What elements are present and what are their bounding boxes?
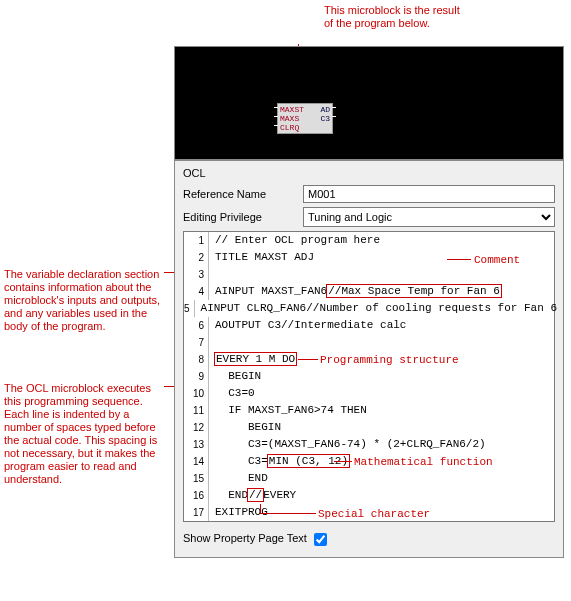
code-line: C3=(MAXST_FAN6-74) * (2+CLRQ_FAN6/2) bbox=[209, 436, 486, 453]
mb-in: CLRQ bbox=[280, 123, 299, 132]
leader-line bbox=[298, 359, 318, 360]
editing-privilege-label: Editing Privilege bbox=[183, 211, 303, 223]
mb-out: AD bbox=[320, 105, 330, 114]
panel-title: OCL bbox=[183, 167, 555, 179]
code-line: // Enter OCL program here bbox=[209, 232, 380, 249]
leader-line bbox=[334, 461, 352, 462]
code-line: BEGIN bbox=[209, 368, 261, 385]
mb-in: MAXST bbox=[280, 105, 304, 114]
line-number: 5 bbox=[184, 300, 195, 317]
main-panel: MAXSTAD MAXSC3 CLRQ OCL Reference Name E… bbox=[174, 46, 564, 558]
structure-highlight: EVERY 1 M DO bbox=[215, 353, 296, 365]
code-editor[interactable]: Comment Programming structure Mathematic… bbox=[183, 231, 555, 522]
leader-line bbox=[260, 513, 316, 514]
line-number: 7 bbox=[184, 334, 209, 351]
code-line: END bbox=[209, 470, 268, 487]
code-line: TITLE MAXST ADJ bbox=[209, 249, 314, 266]
line-number: 13 bbox=[184, 436, 209, 453]
line-number: 4 bbox=[184, 283, 209, 300]
microblock-icon: MAXSTAD MAXSC3 CLRQ bbox=[277, 103, 333, 134]
line-number: 17 bbox=[184, 504, 209, 521]
callout-math-function: Mathematical function bbox=[354, 454, 493, 471]
code-line bbox=[209, 266, 215, 283]
line-number: 11 bbox=[184, 402, 209, 419]
line-number: 9 bbox=[184, 368, 209, 385]
code-line: BEGIN bbox=[209, 419, 281, 436]
side-note-declaration: The variable declaration section contain… bbox=[4, 268, 164, 333]
callout-special-character: Special character bbox=[318, 506, 430, 523]
code-line bbox=[209, 334, 215, 351]
line-number: 14 bbox=[184, 453, 209, 470]
show-property-page-label: Show Property Page Text bbox=[183, 532, 307, 544]
mb-in: MAXS bbox=[280, 114, 299, 123]
code-line: EXITPROG bbox=[209, 504, 268, 521]
line-number: 1 bbox=[184, 232, 209, 249]
code-line: AOUTPUT C3//Intermediate calc bbox=[209, 317, 406, 334]
code-line: C3=MIN (C3, 12) bbox=[209, 453, 349, 470]
comment-highlight: //Max Space Temp for Fan 6 bbox=[327, 285, 501, 297]
code-line: EVERY 1 M DO bbox=[209, 351, 296, 368]
line-number: 16 bbox=[184, 487, 209, 504]
code-line: AINPUT CLRQ_FAN6//Number of cooling requ… bbox=[195, 300, 557, 317]
leader-line bbox=[447, 259, 471, 260]
side-note-sequence: The OCL microblock executes this program… bbox=[4, 382, 164, 486]
callout-programming-structure: Programming structure bbox=[320, 352, 459, 369]
line-number: 12 bbox=[184, 419, 209, 436]
line-number: 8 bbox=[184, 351, 209, 368]
reference-name-label: Reference Name bbox=[183, 188, 303, 200]
callout-comment: Comment bbox=[474, 252, 520, 269]
line-number: 10 bbox=[184, 385, 209, 402]
code-line: END//EVERY bbox=[209, 487, 296, 504]
line-number: 2 bbox=[184, 249, 209, 266]
properties-panel: OCL Reference Name Editing Privilege Tun… bbox=[174, 160, 564, 558]
top-caption: This microblock is the result of the pro… bbox=[324, 4, 464, 30]
line-number: 3 bbox=[184, 266, 209, 283]
mb-out: C3 bbox=[320, 114, 330, 123]
line-number: 15 bbox=[184, 470, 209, 487]
code-line: C3=0 bbox=[209, 385, 255, 402]
reference-name-input[interactable] bbox=[303, 185, 555, 203]
code-line: AINPUT MAXST_FAN6//Max Space Temp for Fa… bbox=[209, 283, 501, 300]
special-char-highlight: // bbox=[248, 489, 263, 501]
microblock-preview: MAXSTAD MAXSC3 CLRQ bbox=[174, 46, 564, 160]
code-line: IF MAXST_FAN6>74 THEN bbox=[209, 402, 367, 419]
show-property-page-checkbox[interactable] bbox=[314, 533, 327, 546]
line-number: 6 bbox=[184, 317, 209, 334]
editing-privilege-select[interactable]: Tuning and Logic bbox=[303, 207, 555, 227]
